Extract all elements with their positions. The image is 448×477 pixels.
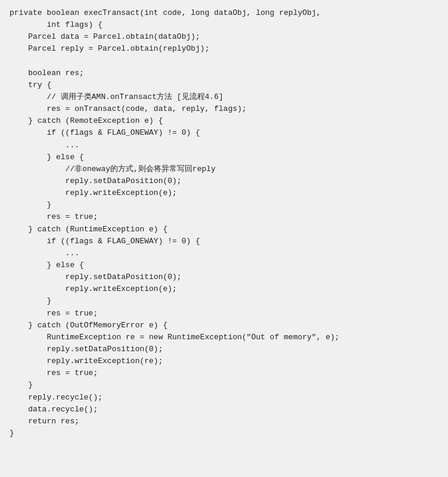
code-block: private boolean execTransact(int code, l…	[10, 7, 438, 439]
code-container: private boolean execTransact(int code, l…	[0, 0, 448, 477]
